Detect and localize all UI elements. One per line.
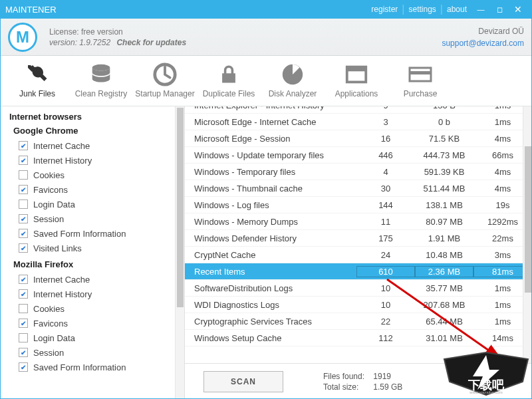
result-name: Recent Items (194, 267, 356, 277)
checkbox-label: Saved Form Information (33, 362, 126, 372)
checkbox-row[interactable]: Session (19, 211, 178, 226)
tab-label: Clean Registry (71, 89, 131, 98)
checkbox[interactable] (19, 348, 28, 357)
support-email-link[interactable]: support@devizard.com (442, 39, 524, 48)
check-updates-link[interactable]: Check for updates (116, 38, 186, 47)
register-link[interactable]: register (371, 5, 398, 14)
checkbox-row[interactable]: Favicons (19, 182, 178, 197)
checkbox-row[interactable]: Internet Cache (19, 138, 178, 153)
checkbox[interactable] (19, 141, 28, 150)
result-count: 10 (356, 283, 415, 293)
checkbox[interactable] (19, 333, 28, 342)
result-row[interactable]: CryptNet Cache2410.48 MB3ms (185, 247, 532, 263)
checkbox-label: Internet Cache (33, 275, 90, 285)
result-name: Microsoft Edge - Internet Cache (194, 117, 356, 127)
lock-icon (217, 61, 241, 88)
sidebar: Internet browsersGoogle ChromeInternet C… (0, 106, 185, 399)
clock-icon (152, 61, 178, 88)
checkbox-row[interactable]: Login Data (19, 197, 178, 211)
tab-junk-files[interactable]: Junk Files (5, 57, 69, 106)
total-size-label: Total size: (323, 382, 371, 392)
sidebar-scrollbar[interactable] (175, 106, 184, 399)
result-row[interactable]: Windows - Update temporary files446444.7… (185, 147, 532, 164)
results-list: Internet Explorer - Internet History9130… (185, 106, 532, 363)
checkbox-label: Cookies (33, 170, 65, 180)
tab-label: Startup Manager (135, 89, 195, 98)
checkbox-label: Saved Form Information (33, 229, 126, 239)
checkbox[interactable] (19, 170, 28, 180)
result-count: 16 (356, 134, 415, 144)
checkbox-row[interactable]: Saved Form Information (19, 226, 178, 241)
checkbox[interactable] (19, 319, 28, 328)
tab-label: Applications (327, 89, 386, 98)
result-row[interactable]: Internet Explorer - Internet History9130… (185, 106, 532, 114)
result-row[interactable]: Microsoft Edge - Internet Cache30 b1ms (185, 114, 532, 130)
pie-chart-icon (280, 61, 305, 88)
checkbox[interactable] (19, 200, 28, 209)
checkbox-row[interactable]: Cookies (19, 301, 178, 316)
checkbox-row[interactable]: Cookies (19, 168, 178, 182)
maximize-button[interactable]: ◻ (491, 2, 508, 17)
result-row[interactable]: Windows Defender History1751.91 MB22ms (185, 230, 532, 247)
checkbox-row[interactable]: Internet History (19, 287, 178, 301)
result-row[interactable]: Windows - Log files144138.1 MB19s (185, 197, 532, 213)
checkbox[interactable] (19, 362, 28, 372)
result-row[interactable]: Cryptographic Services Traces2265.44 MB1… (185, 313, 532, 330)
checkbox[interactable] (19, 185, 28, 194)
result-name: Windows Defender History (194, 233, 356, 243)
tab-disk-analyzer[interactable]: Disk Analyzer (261, 57, 325, 106)
result-size: 71.5 KB (415, 134, 473, 144)
result-row[interactable]: Windows Setup Cache11231.01 MB14ms (185, 330, 532, 346)
result-row[interactable]: Windows - Thumbnail cache30511.44 MB4ms (185, 180, 532, 197)
result-count: 30 (356, 184, 415, 194)
tab-label: Disk Analyzer (263, 89, 323, 98)
settings-link[interactable]: settings (408, 5, 436, 14)
result-row[interactable]: WDI Diagnostics Logs10207.68 MB1ms (185, 297, 532, 313)
checkbox-row[interactable]: Internet Cache (19, 272, 178, 287)
result-count: 4 (356, 167, 415, 177)
checkbox-row[interactable]: Favicons (19, 316, 178, 331)
scan-button[interactable]: SCAN (203, 371, 283, 392)
tab-startup-manager[interactable]: Startup Manager (133, 57, 197, 106)
checkbox-row[interactable]: Visited Links (19, 241, 178, 255)
result-row[interactable]: Recent Items6102.36 MB81ms (185, 263, 532, 280)
checkbox[interactable] (19, 243, 28, 253)
result-row[interactable]: SoftwareDistribution Logs1035.77 MB1ms (185, 280, 532, 297)
checkbox-row[interactable]: Internet History (19, 153, 178, 168)
checkbox-label: Login Data (33, 200, 75, 209)
checkbox[interactable] (19, 289, 28, 299)
checkbox-row[interactable]: Saved Form Information (19, 360, 178, 374)
close-button[interactable]: ✕ (509, 2, 527, 17)
sidebar-section-header: Internet browsers (9, 112, 178, 122)
result-count: 112 (356, 333, 415, 343)
result-row[interactable]: Windows - Memory Dumps1180.97 MB1292ms (185, 213, 532, 230)
result-name: WDI Diagnostics Logs (194, 300, 356, 310)
checkbox[interactable] (19, 214, 28, 223)
checkbox-row[interactable]: Session (19, 345, 178, 360)
result-row[interactable]: Windows - Temporary files4591.39 KB4ms (185, 164, 532, 180)
results-scrollbar[interactable] (523, 106, 532, 363)
svg-rect-3 (347, 67, 366, 72)
checkbox-label: Internet History (33, 289, 92, 299)
minimize-button[interactable]: — (472, 2, 489, 17)
tab-duplicate-files[interactable]: Duplicate Files (197, 57, 261, 106)
checkbox-label: Favicons (33, 319, 68, 329)
result-name: Internet Explorer - Internet History (194, 106, 356, 110)
result-name: Windows - Thumbnail cache (194, 184, 356, 194)
checkbox-label: Session (33, 214, 64, 224)
checkbox[interactable] (19, 229, 28, 238)
tab-clean-registry[interactable]: Clean Registry (69, 57, 133, 106)
result-count: 446 (356, 150, 415, 160)
result-count: 3 (356, 117, 415, 127)
result-row[interactable]: Microsoft Edge - Session1671.5 KB4ms (185, 130, 532, 147)
checkbox[interactable] (19, 275, 28, 284)
tab-applications[interactable]: Applications (325, 57, 388, 106)
result-name: Microsoft Edge - Session (194, 134, 356, 144)
toolbar: Junk Files Clean Registry Startup Manage… (0, 56, 532, 106)
tab-purchase[interactable]: Purchase (388, 57, 452, 106)
about-link[interactable]: about (447, 5, 467, 14)
result-name: Cryptographic Services Traces (194, 317, 356, 327)
checkbox[interactable] (19, 304, 28, 313)
checkbox[interactable] (19, 156, 28, 165)
checkbox-row[interactable]: Login Data (19, 331, 178, 345)
